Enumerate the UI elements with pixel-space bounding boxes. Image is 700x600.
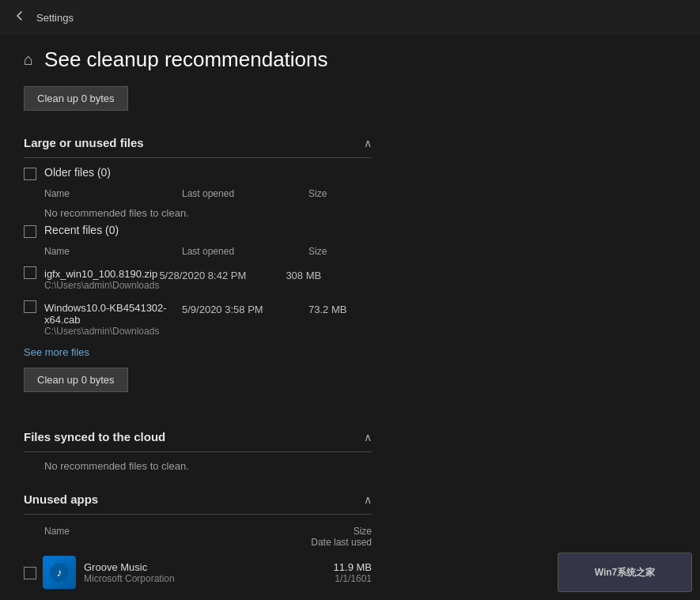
file1-checkbox[interactable] (24, 266, 36, 279)
main-content: ⌂ See cleanup recommendations Clean up 0… (0, 35, 395, 600)
groove-size: 11.9 MB (334, 561, 372, 573)
watermark-text: Win7系统之家 (595, 566, 656, 579)
file2-date: 5/9/2020 3:58 PM (182, 302, 308, 315)
back-button[interactable] (13, 9, 27, 27)
apps-col-name: Name (44, 526, 293, 548)
older-col-last-opened: Last opened (182, 188, 308, 199)
groove-meta: 11.9 MB 1/1/1601 (334, 561, 372, 584)
unused-apps-header[interactable]: Unused apps ∧ (24, 485, 372, 515)
apps-col-headers: Name Size Date last used (24, 523, 372, 551)
older-files-col-headers: Name Last opened Size (24, 185, 372, 202)
cloud-synced-chevron: ∧ (364, 431, 372, 443)
older-files-group: Older files (0) Name Last opened Size No… (24, 166, 372, 219)
recent-col-name: Name (44, 246, 182, 257)
topbar-title: Settings (36, 12, 74, 24)
cleanup-top-button[interactable]: Clean up 0 bytes (24, 86, 128, 111)
file1-details: igfx_win10_100.8190.zip C:\Users\admin\D… (44, 268, 349, 291)
file-item-1: igfx_win10_100.8190.zip C:\Users\admin\D… (24, 265, 372, 294)
see-more-link[interactable]: See more files (24, 346, 372, 358)
older-files-no-msg: No recommended files to clean. (44, 207, 372, 219)
older-col-size: Size (308, 188, 372, 199)
recent-files-row: Recent files (0) (24, 224, 372, 238)
page-header: ⌂ See cleanup recommendations (24, 47, 372, 72)
large-unused-header[interactable]: Large or unused files ∧ (24, 128, 372, 158)
older-col-name: Name (44, 188, 182, 199)
file2-checkbox[interactable] (24, 300, 36, 313)
groove-date: 1/1/1601 (334, 573, 372, 584)
unused-apps-title: Unused apps (24, 492, 98, 506)
groove-icon: ♪ (43, 556, 76, 589)
apps-col-date: Date last used (293, 537, 372, 548)
file2-info: Windows10.0-KB4541302-x64.cab C:\Users\a… (44, 302, 182, 337)
cloud-no-msg: No recommended files to clean. (44, 460, 372, 472)
recent-col-last-opened: Last opened (182, 246, 308, 257)
recent-files-checkbox[interactable] (24, 225, 36, 238)
file2-details: Windows10.0-KB4541302-x64.cab C:\Users\a… (44, 302, 372, 337)
groove-checkbox[interactable] (24, 567, 36, 579)
file2-name: Windows10.0-KB4541302-x64.cab (44, 302, 182, 326)
groove-name: Groove Music (84, 561, 334, 573)
file1-size: 308 MB (286, 268, 349, 281)
file2-size: 73.2 MB (308, 302, 372, 315)
page-title: See cleanup recommendations (44, 47, 327, 72)
large-unused-section: Large or unused files ∧ Older files (0) … (24, 128, 372, 409)
file1-path: C:\Users\admin\Downloads (44, 280, 159, 291)
cloud-synced-header[interactable]: Files synced to the cloud ∧ (24, 422, 372, 452)
file2-path: C:\Users\admin\Downloads (44, 326, 182, 337)
svg-text:♪: ♪ (57, 566, 62, 579)
apps-col-size: Size (293, 526, 372, 537)
recent-files-group: Recent files (0) Name Last opened Size i… (24, 224, 372, 358)
unused-apps-chevron: ∧ (364, 493, 372, 506)
top-bar: Settings (0, 0, 700, 35)
home-icon[interactable]: ⌂ (24, 51, 33, 69)
groove-info: Groove Music Microsoft Corporation (84, 561, 334, 584)
file1-date: 5/28/2020 8:42 PM (159, 268, 286, 281)
file-item-2: Windows10.0-KB4541302-x64.cab C:\Users\a… (24, 299, 372, 340)
cloud-synced-title: Files synced to the cloud (24, 430, 165, 443)
recent-files-col-headers: Name Last opened Size (24, 243, 372, 260)
older-files-label: Older files (0) (44, 166, 111, 179)
cloud-synced-section: Files synced to the cloud ∧ No recommend… (24, 422, 372, 472)
unused-apps-section: Unused apps ∧ Name Size Date last used ♪… (24, 485, 372, 589)
groove-publisher: Microsoft Corporation (84, 573, 334, 584)
app-item-groove: ♪ Groove Music Microsoft Corporation 11.… (24, 556, 372, 589)
large-unused-chevron: ∧ (364, 137, 372, 149)
large-unused-title: Large or unused files (24, 136, 144, 149)
watermark: Win7系统之家 (558, 553, 692, 592)
recent-files-label: Recent files (0) (44, 224, 119, 236)
older-files-row: Older files (0) (24, 166, 372, 180)
older-files-checkbox[interactable] (24, 168, 36, 180)
recent-col-size: Size (308, 246, 372, 257)
file1-name: igfx_win10_100.8190.zip (44, 268, 159, 280)
cleanup-bottom-button[interactable]: Clean up 0 bytes (24, 368, 128, 392)
apps-col-right: Size Date last used (293, 526, 372, 548)
file1-info: igfx_win10_100.8190.zip C:\Users\admin\D… (44, 268, 159, 291)
